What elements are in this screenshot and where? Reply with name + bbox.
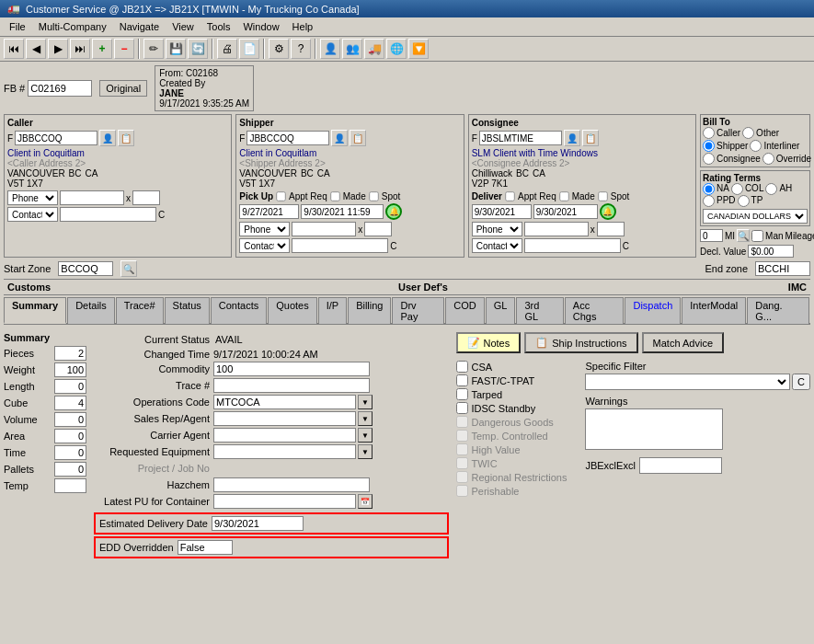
tab-trace[interactable]: Trace#	[116, 297, 164, 324]
consignee-person-btn[interactable]: 👤	[564, 130, 580, 146]
tab-ip[interactable]: I/P	[318, 297, 347, 324]
tab-intermodal[interactable]: InterModal	[682, 297, 746, 324]
tab-dispatch[interactable]: Dispatch	[625, 297, 681, 324]
commodity-input[interactable]	[213, 362, 370, 376]
pickup-made-check[interactable]	[330, 191, 339, 201]
caller-phone-input[interactable]	[60, 190, 124, 205]
rating-na-radio[interactable]	[703, 183, 715, 195]
area-input[interactable]	[54, 429, 86, 443]
shipper-code-input[interactable]	[246, 131, 329, 145]
nav-prev-btn[interactable]: ◀	[26, 39, 46, 59]
consignee-phone-input[interactable]	[524, 222, 589, 236]
pickup-spot-check[interactable]	[369, 191, 378, 201]
tab-contacts[interactable]: Contacts	[211, 297, 267, 324]
man-check[interactable]	[751, 230, 763, 242]
tab-dang[interactable]: Dang. G...	[747, 297, 809, 324]
trace-input[interactable]	[213, 378, 370, 393]
idsc-check[interactable]	[456, 402, 468, 414]
rating-ppd-radio[interactable]	[703, 195, 715, 207]
bill-shipper-radio[interactable]	[703, 140, 715, 152]
nav-first-btn[interactable]: ⏮	[4, 39, 24, 59]
tab-3rdgl[interactable]: 3rd GL	[516, 297, 563, 324]
pickup-calendar-btn[interactable]: 🔔	[385, 203, 402, 220]
carrier-agent-input[interactable]	[213, 428, 356, 443]
tab-summary[interactable]: Summary	[4, 297, 66, 324]
start-zone-input[interactable]	[58, 261, 113, 276]
bill-other-radio[interactable]	[742, 127, 754, 139]
bill-interliner-radio[interactable]	[750, 140, 762, 152]
group-btn[interactable]: 👥	[342, 39, 362, 59]
jb-excl-input[interactable]	[639, 457, 722, 474]
settings-btn[interactable]: ⚙	[269, 39, 289, 59]
volume-input[interactable]	[54, 412, 86, 427]
globe-btn[interactable]: 🌐	[386, 39, 407, 59]
temp-controlled-check[interactable]	[456, 430, 468, 442]
specific-filter-btn[interactable]: C	[792, 374, 810, 390]
cube-input[interactable]	[54, 396, 86, 410]
rating-col-radio[interactable]	[731, 183, 743, 195]
project-input[interactable]	[213, 461, 370, 476]
shipper-phone-select[interactable]: Phone	[239, 222, 290, 236]
bill-consignee-radio[interactable]	[703, 153, 715, 165]
truck-btn[interactable]: 🚚	[364, 39, 384, 59]
end-zone-input[interactable]	[755, 261, 810, 276]
tab-accchgs[interactable]: Acc Chgs	[565, 297, 625, 324]
shipper-phone-input[interactable]	[292, 222, 356, 236]
refresh-btn[interactable]: 🔄	[188, 39, 208, 59]
tab-gl[interactable]: GL	[486, 297, 516, 324]
hazchem-input[interactable]	[213, 477, 370, 492]
delivery-appt-req-check[interactable]	[505, 191, 514, 201]
csa-check[interactable]	[456, 361, 468, 373]
caller-contact-input[interactable]	[60, 207, 156, 222]
nav-last-btn[interactable]: ⏭	[70, 39, 90, 59]
mi-value-input[interactable]	[700, 229, 723, 242]
filter-btn[interactable]: 🔽	[408, 39, 429, 59]
caller-phone-select[interactable]: Phone	[7, 190, 58, 205]
high-value-check[interactable]	[456, 443, 468, 455]
delivery-calendar-btn[interactable]: 🔔	[600, 203, 616, 220]
caller-doc-btn[interactable]: 📋	[118, 130, 134, 146]
ops-code-input[interactable]	[213, 395, 356, 409]
current-status-input[interactable]	[213, 332, 370, 347]
caller-person-btn[interactable]: 👤	[99, 130, 116, 146]
rating-tp-radio[interactable]	[738, 195, 750, 207]
pallets-input[interactable]	[54, 462, 86, 477]
tarped-check[interactable]	[456, 388, 468, 400]
match-advice-button[interactable]: Match Advice	[642, 332, 724, 353]
rating-ah-radio[interactable]	[765, 183, 777, 195]
temp-input[interactable]	[54, 478, 86, 493]
caller-phone-ext[interactable]	[132, 190, 160, 205]
req-equip-input[interactable]	[213, 444, 356, 459]
shipper-contact-select[interactable]: Contact	[239, 238, 290, 253]
menu-view[interactable]: View	[166, 19, 200, 34]
currency-select[interactable]: CANADIAN DOLLARS	[703, 209, 808, 224]
shipper-doc-btn[interactable]: 📋	[350, 130, 366, 146]
tab-drvpay[interactable]: Drv Pay	[392, 297, 444, 324]
menu-help[interactable]: Help	[287, 19, 319, 34]
help-btn[interactable]: ?	[291, 39, 311, 59]
sales-rep-input[interactable]	[213, 411, 356, 426]
menu-tools[interactable]: Tools	[201, 19, 236, 34]
notes-button[interactable]: 📝 Notes	[456, 332, 522, 353]
shipper-phone-ext[interactable]	[364, 222, 392, 236]
pickup-date-input[interactable]	[239, 204, 299, 219]
edit-btn[interactable]: ✏	[143, 39, 164, 59]
time-input[interactable]	[54, 445, 86, 460]
specific-filter-select[interactable]	[585, 374, 790, 390]
bill-override-radio[interactable]	[762, 153, 774, 165]
bill-caller-radio[interactable]	[703, 127, 715, 139]
consignee-doc-btn[interactable]: 📋	[582, 130, 599, 146]
dangerous-goods-check[interactable]	[456, 416, 468, 428]
tab-billing[interactable]: Billing	[348, 297, 391, 324]
delete-btn[interactable]: −	[114, 39, 134, 59]
consignee-contact-input[interactable]	[524, 238, 621, 253]
pieces-input[interactable]	[54, 346, 86, 361]
edd-overridden-input[interactable]	[178, 540, 233, 555]
pickup-time-input[interactable]	[301, 204, 384, 219]
tab-quotes[interactable]: Quotes	[268, 297, 316, 324]
latest-pu-input[interactable]	[213, 494, 356, 509]
fb-input[interactable]: C02169	[28, 80, 92, 97]
consignee-code-input[interactable]	[479, 131, 562, 145]
tab-cod[interactable]: COD	[445, 297, 484, 324]
weight-input[interactable]	[54, 362, 86, 377]
